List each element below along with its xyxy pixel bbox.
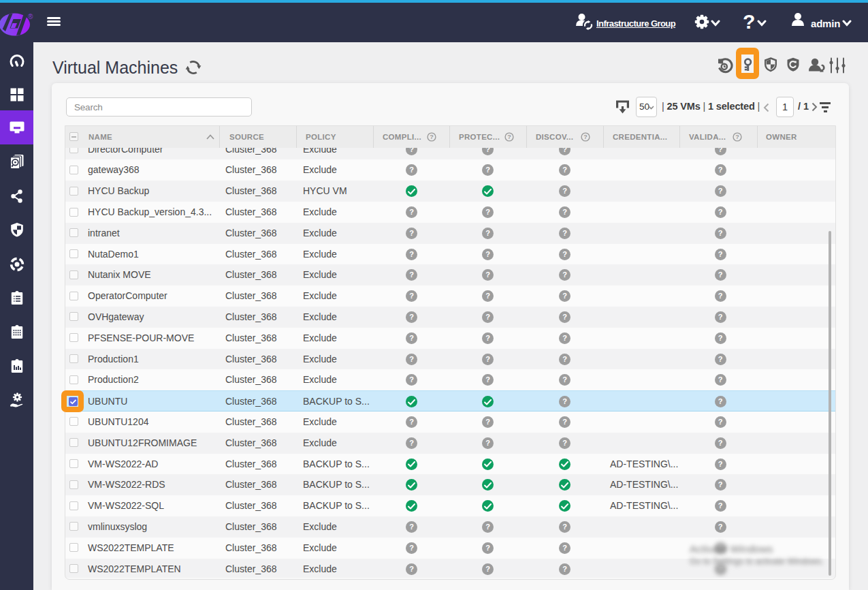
svg-text:?: ? [507, 134, 511, 140]
svg-text:?: ? [430, 134, 434, 140]
svg-text:®: ® [28, 13, 33, 20]
svg-text:?: ? [735, 134, 739, 140]
svg-text:?: ? [583, 134, 588, 140]
